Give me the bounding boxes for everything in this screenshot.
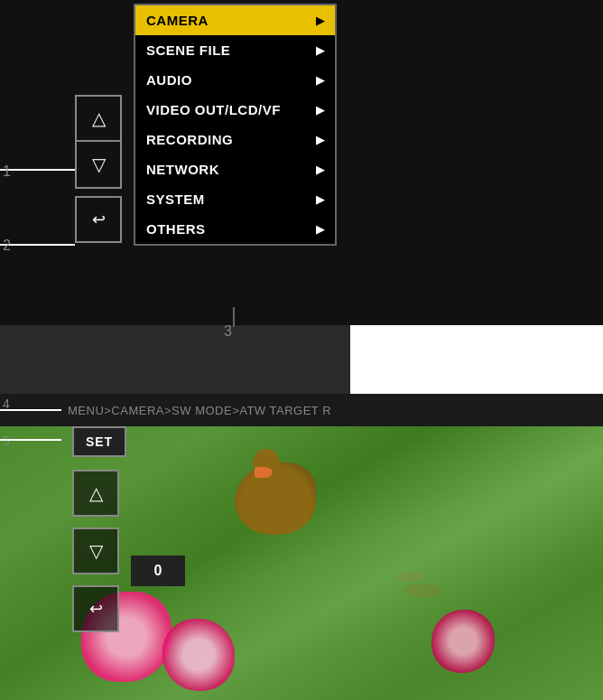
- back-arrow-icon-top: ↩: [92, 210, 106, 229]
- nav-buttons-top: △ ▽ ↩: [75, 95, 122, 243]
- menu-item-scene-file-label: SCENE FILE: [146, 42, 230, 58]
- menu-item-network-arrow: ▶: [316, 163, 325, 176]
- menu-item-system-arrow: ▶: [316, 193, 325, 206]
- menu-item-others[interactable]: OTHERS ▶: [135, 214, 335, 244]
- bird: [235, 462, 316, 535]
- menu-item-recording[interactable]: RECORDING ▶: [135, 125, 335, 154]
- breadcrumb-section: MENU>CAMERA>SW MODE>ATW TARGET R: [0, 394, 603, 426]
- down-arrow-icon-bottom: ▽: [89, 540, 103, 562]
- menu-item-scene-file-arrow: ▶: [316, 44, 325, 57]
- back-arrow-icon-bottom: ↩: [89, 599, 103, 619]
- menu-item-video-out-label: VIDEO OUT/LCD/VF: [146, 102, 281, 117]
- menu-item-system[interactable]: SYSTEM ▶: [135, 184, 335, 214]
- nav-buttons-bottom: SET △ ▽ ↩: [72, 426, 126, 632]
- menu-item-camera-arrow: ▶: [316, 14, 325, 27]
- menu-item-scene-file[interactable]: SCENE FILE ▶: [135, 35, 335, 65]
- up-arrow-icon-bottom: △: [89, 482, 103, 504]
- menu-item-system-label: SYSTEM: [146, 191, 205, 207]
- flower-3: [431, 610, 495, 673]
- up-button-top[interactable]: △: [75, 95, 122, 142]
- menu-item-audio-arrow: ▶: [316, 74, 325, 87]
- down-button-top[interactable]: ▽: [75, 142, 122, 189]
- menu-item-camera[interactable]: CAMERA ▶: [135, 5, 335, 35]
- menu-popup: CAMERA ▶ SCENE FILE ▶ AUDIO ▶ VIDEO OUT/…: [134, 4, 337, 246]
- menu-item-network[interactable]: NETWORK ▶: [135, 154, 335, 184]
- down-arrow-icon-top: ▽: [92, 154, 106, 175]
- set-button-label: SET: [86, 434, 113, 449]
- menu-item-video-out[interactable]: VIDEO OUT/LCD/VF ▶: [135, 95, 335, 125]
- down-button-bottom[interactable]: ▽: [72, 527, 119, 574]
- label-4: 4: [3, 397, 10, 411]
- line-indicator-5: [0, 439, 61, 441]
- back-button-bottom[interactable]: ↩: [72, 585, 119, 632]
- up-arrow-icon-top: △: [92, 107, 106, 129]
- menu-item-others-label: OTHERS: [146, 221, 206, 237]
- set-button[interactable]: SET: [72, 426, 126, 457]
- flower-2: [162, 619, 235, 691]
- label-1: 1: [3, 163, 11, 180]
- label-3: 3: [224, 323, 232, 340]
- label-2: 2: [3, 238, 11, 254]
- back-button-top[interactable]: ↩: [75, 196, 122, 243]
- menu-item-video-out-arrow: ▶: [316, 104, 325, 117]
- menu-item-others-arrow: ▶: [316, 223, 325, 236]
- line-indicator-1: [0, 169, 75, 171]
- menu-connector: [233, 307, 235, 327]
- value-text: 0: [154, 563, 162, 579]
- menu-item-audio-label: AUDIO: [146, 72, 192, 88]
- breadcrumb-text: MENU>CAMERA>SW MODE>ATW TARGET R: [68, 404, 331, 417]
- line-indicator-2: [0, 244, 75, 246]
- menu-item-recording-arrow: ▶: [316, 134, 325, 146]
- value-display: 0: [131, 555, 185, 586]
- menu-item-camera-label: CAMERA: [146, 13, 209, 28]
- up-button-bottom[interactable]: △: [72, 470, 119, 517]
- menu-item-recording-label: RECORDING: [146, 132, 233, 147]
- label-5: 5: [3, 434, 10, 448]
- menu-item-network-label: NETWORK: [146, 162, 219, 177]
- menu-item-audio[interactable]: AUDIO ▶: [135, 65, 335, 95]
